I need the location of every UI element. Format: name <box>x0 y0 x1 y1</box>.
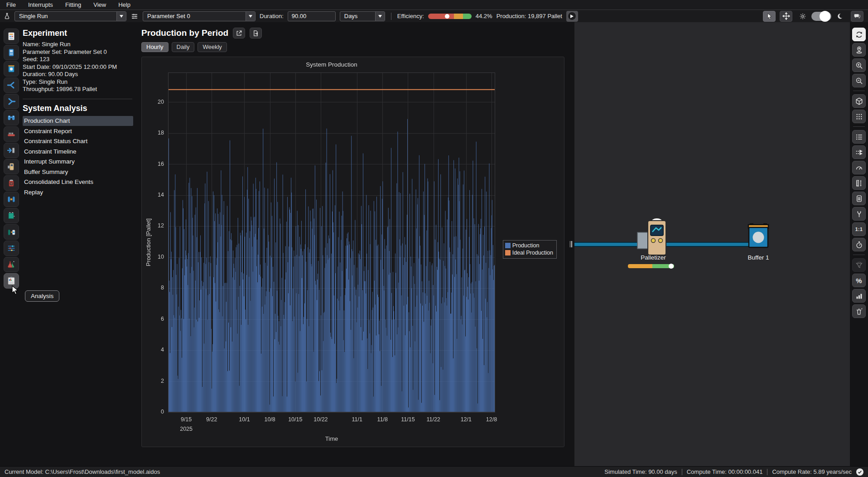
toolbar-divider <box>853 255 865 255</box>
list-button[interactable] <box>852 130 866 144</box>
menu-view[interactable]: View <box>93 1 106 8</box>
percent-button[interactable]: % <box>852 274 866 287</box>
zoom-in-button[interactable] <box>852 58 866 72</box>
right-toolbar: 1:1 % <box>850 22 868 466</box>
menu-help[interactable]: Help <box>118 1 130 8</box>
zoom-out-button[interactable] <box>852 74 866 87</box>
analysis-item-constraint-timeline[interactable]: Constraint Timeline <box>23 146 133 157</box>
sun-icon <box>799 13 806 20</box>
one-to-one-label: 1:1 <box>855 226 863 232</box>
one-to-one-button[interactable]: 1:1 <box>852 222 866 236</box>
tab-hourly[interactable]: Hourly <box>141 42 169 52</box>
grid-dots-button[interactable] <box>852 110 866 123</box>
parameter-adjust-icon[interactable] <box>130 13 139 20</box>
model-canvas[interactable]: Palletizer Buffer 1 <box>574 22 850 466</box>
status-separator <box>767 469 767 475</box>
analysis-item-replay[interactable]: Replay <box>23 187 133 198</box>
experiment-name: Name: Single Run <box>23 41 133 48</box>
palette-combiner-icon[interactable] <box>4 143 19 158</box>
duration-unit-value: Days <box>340 13 375 19</box>
palette-container-icon[interactable] <box>4 208 19 223</box>
panel-splitter[interactable] <box>567 22 574 466</box>
efficiency-label: Efficiency: <box>397 13 424 19</box>
node-palletizer[interactable] <box>635 216 671 260</box>
palette-bottle-merge-icon[interactable] <box>4 224 19 240</box>
stopwatch-button[interactable] <box>852 238 866 251</box>
analysis-item-buffer-summary[interactable]: Buffer Summary <box>23 167 133 177</box>
analysis-item-interrupt-summary[interactable]: Interrupt Summary <box>23 157 133 167</box>
chevron-down-icon <box>116 12 126 21</box>
menu-file[interactable]: File <box>6 1 16 8</box>
gauge-button[interactable] <box>852 161 866 174</box>
palette-experiment-flasks-icon[interactable] <box>4 257 19 272</box>
duration-value: 90.00 <box>292 13 307 19</box>
theme-toggle-knob[interactable] <box>820 11 830 22</box>
efficiency-gauge[interactable] <box>428 14 472 19</box>
funnel-button[interactable] <box>852 258 866 272</box>
menu-interrupts[interactable]: Interrupts <box>28 1 53 8</box>
efficiency-high-segment <box>463 14 472 19</box>
palette-converge-icon[interactable] <box>4 94 19 109</box>
legend-label-production: Production <box>512 242 540 249</box>
trash-button[interactable] <box>852 304 866 318</box>
palette-dumbbell-icon[interactable] <box>4 192 19 207</box>
flow-arrows-button[interactable] <box>852 145 866 159</box>
play-circle-icon <box>568 12 576 20</box>
splitter-grip-icon[interactable] <box>570 241 572 247</box>
toolbar-separator <box>391 13 391 20</box>
palette-palletizer-icon[interactable] <box>4 45 19 60</box>
tab-daily[interactable]: Daily <box>172 42 195 52</box>
location-pin-button[interactable] <box>852 43 866 57</box>
production-unit-button[interactable] <box>566 11 578 22</box>
sync-button[interactable] <box>852 28 866 41</box>
efficiency-marker[interactable] <box>445 14 449 19</box>
node-label-palletizer[interactable]: Palletizer <box>641 254 666 261</box>
palette-binoculars-icon[interactable] <box>4 110 19 125</box>
main-area: Experiment Name: Single Run Parameter Se… <box>0 22 868 466</box>
analysis-item-constraint-status-chart[interactable]: Constraint Status Chart <box>23 136 133 147</box>
duration-label: Duration: <box>260 13 284 19</box>
parameter-set-select[interactable]: Parameter Set 0 <box>143 11 256 21</box>
status-right: Simulated Time: 90.00 days Compute Time:… <box>604 468 863 476</box>
run-mode-select[interactable]: Single Run <box>14 11 126 21</box>
compute-time: Compute Time: 00:00:00.041 <box>687 468 763 475</box>
palette-buffer-icon[interactable] <box>4 61 19 77</box>
open-external-button[interactable] <box>233 28 245 39</box>
node-label-buffer-1[interactable]: Buffer 1 <box>747 254 769 261</box>
palette-split-icon[interactable] <box>4 77 19 93</box>
palette-model-flow-icon[interactable] <box>4 29 19 44</box>
export-button[interactable] <box>250 28 262 39</box>
cube-3d-button[interactable] <box>852 94 866 108</box>
production-chart-canvas[interactable] <box>142 57 564 447</box>
system-analysis-title: System Analysis <box>23 104 133 113</box>
palette-machine-icon[interactable] <box>4 159 19 174</box>
current-model-path: Current Model: C:\Users\Frost\Downloads\… <box>5 468 160 475</box>
legend-swatch-ideal-production <box>505 250 511 255</box>
bar-chart-button[interactable] <box>852 289 866 303</box>
palette-parameter-sliders-icon[interactable] <box>4 241 19 256</box>
container-fill-button[interactable] <box>852 192 866 205</box>
flask-icon <box>4 12 10 20</box>
pan-tool-button[interactable] <box>780 11 792 22</box>
tab-weekly[interactable]: Weekly <box>198 42 227 52</box>
chevron-down-icon <box>246 12 255 21</box>
analysis-item-consolidated-line-events[interactable]: Consolidated Line Events <box>23 177 133 188</box>
theme-toggle[interactable] <box>811 12 831 21</box>
moon-icon <box>836 13 843 19</box>
experiment-seed: Seed: 123 <box>23 56 133 63</box>
duration-unit-select[interactable]: Days <box>340 11 385 21</box>
analysis-tooltip: Analysis <box>25 290 59 302</box>
branch-button[interactable] <box>852 207 866 221</box>
analysis-item-production-chart[interactable]: Production Chart <box>23 116 133 126</box>
palette-replay-machine-icon[interactable] <box>4 175 19 191</box>
status-ok-icon[interactable] <box>856 468 863 476</box>
duration-input[interactable]: 90.00 <box>288 11 336 21</box>
palette-conveyor-icon[interactable] <box>4 126 19 142</box>
ruler-vertical-button[interactable] <box>852 176 866 190</box>
menu-fitting[interactable]: Fitting <box>65 1 81 8</box>
select-tool-button[interactable] <box>763 11 776 22</box>
feedback-chat-button[interactable] <box>851 11 863 22</box>
node-buffer-1[interactable] <box>745 221 772 251</box>
analysis-item-constraint-report[interactable]: Constraint Report <box>23 126 133 136</box>
progress-orange-segment <box>628 264 652 268</box>
